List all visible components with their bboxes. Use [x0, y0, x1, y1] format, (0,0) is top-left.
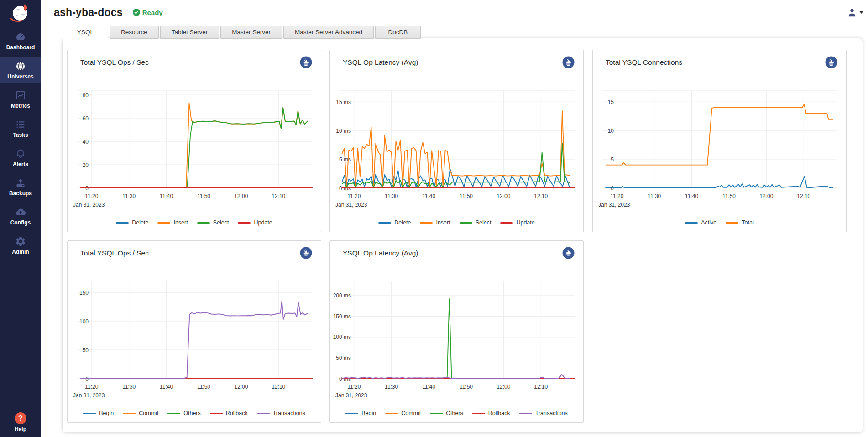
legend-label: Insert	[173, 219, 188, 226]
chart-canvas: 05101511:2011:3011:4011:5012:0012:10Jan …	[593, 50, 846, 232]
svg-text:5: 5	[611, 156, 614, 163]
legend-item-delete[interactable]: Delete	[116, 219, 148, 226]
svg-text:150: 150	[79, 290, 89, 296]
sidebar-item-universes[interactable]: Universes	[0, 57, 41, 83]
legend-swatch	[123, 413, 136, 414]
prometheus-link-icon[interactable]	[300, 247, 312, 259]
tab-resource[interactable]: Resource	[110, 26, 159, 39]
backup-upload-icon	[15, 177, 26, 188]
sidebar-item-label: Dashboard	[6, 44, 35, 51]
sidebar-item-backups[interactable]: Backups	[0, 174, 41, 200]
user-menu[interactable]	[842, 0, 868, 25]
legend-label: Others	[183, 410, 201, 416]
svg-text:11:50: 11:50	[722, 193, 736, 199]
legend-item-begin[interactable]: Begin	[345, 410, 376, 416]
chart-card-total-ysql-connections: Total YSQL Connections 05101511:2011:301…	[592, 50, 847, 232]
chart-legend: BeginCommitOthersRollbackTransactions	[330, 410, 583, 416]
legend-item-others[interactable]: Others	[167, 410, 201, 416]
sidebar-nav: DashboardUniversesMetricsTasksAlertsBack…	[0, 28, 41, 262]
legend-item-insert[interactable]: Insert	[420, 219, 450, 226]
chart-card-total-ysql-ops-transactions: Total YSQL Ops / Sec 05010015011:2011:30…	[67, 240, 321, 423]
legend-swatch	[430, 413, 443, 414]
svg-text:11:20: 11:20	[610, 193, 623, 199]
svg-text:20: 20	[83, 162, 89, 168]
legend-label: Update	[516, 219, 534, 226]
sidebar-item-admin[interactable]: Admin	[0, 233, 41, 258]
prometheus-link-icon[interactable]	[300, 56, 312, 68]
legend-label: Active	[701, 219, 716, 226]
svg-text:11:30: 11:30	[122, 193, 136, 199]
prometheus-link-icon[interactable]	[825, 56, 837, 68]
prometheus-link-icon[interactable]	[562, 56, 575, 68]
tab-ysql[interactable]: YSQL	[63, 26, 108, 39]
topbar: ash-yba-docs Ready	[41, 0, 868, 25]
chart-canvas: 02040608011:2011:3011:4011:5012:0012:10J…	[68, 50, 321, 232]
chevron-down-icon	[859, 11, 863, 14]
sidebar-item-tasks[interactable]: Tasks	[0, 116, 41, 141]
svg-text:11:20: 11:20	[85, 384, 98, 390]
prometheus-link-icon[interactable]	[562, 247, 575, 259]
legend-label: Rollback	[488, 410, 510, 416]
svg-text:12:00: 12:00	[759, 193, 773, 199]
svg-text:15 ms: 15 ms	[336, 99, 351, 105]
legend-item-active[interactable]: Active	[685, 219, 716, 226]
svg-text:Jan 31, 2023: Jan 31, 2023	[73, 202, 105, 208]
legend-item-update[interactable]: Update	[500, 219, 534, 226]
metrics-tabbar: YSQLResourceTablet ServerMaster ServerMa…	[63, 26, 421, 39]
legend-item-total[interactable]: Total	[726, 219, 753, 226]
legend-item-rollback[interactable]: Rollback	[472, 410, 510, 416]
legend-item-rollback[interactable]: Rollback	[210, 410, 248, 416]
legend-item-update[interactable]: Update	[238, 219, 272, 226]
legend-label: Transactions	[535, 410, 568, 416]
svg-text:0 ms: 0 ms	[339, 185, 351, 192]
svg-text:80: 80	[83, 92, 89, 99]
chart-title: Total YSQL Ops / Sec	[80, 58, 149, 67]
legend-item-begin[interactable]: Begin	[83, 410, 114, 416]
chart-card-ysql-op-latency: YSQL Op Latency (Avg) 0 ms5 ms10 ms15 ms…	[329, 50, 584, 232]
svg-text:11:40: 11:40	[422, 384, 435, 390]
person-icon	[847, 7, 857, 17]
sidebar-item-help[interactable]: ? Help	[0, 412, 41, 432]
svg-text:15: 15	[608, 99, 614, 105]
legend-item-select[interactable]: Select	[197, 219, 229, 226]
legend-item-transactions[interactable]: Transactions	[257, 410, 305, 416]
chart-card-ysql-op-latency-transactions: YSQL Op Latency (Avg) 0 ms50 ms100 ms150…	[329, 240, 584, 423]
chart-card-total-ysql-ops: Total YSQL Ops / Sec 02040608011:2011:30…	[67, 50, 321, 232]
svg-text:150 ms: 150 ms	[333, 313, 351, 320]
legend-item-insert[interactable]: Insert	[157, 219, 188, 226]
svg-text:11:50: 11:50	[460, 384, 473, 390]
yugabyte-logo[interactable]	[0, 0, 41, 26]
sidebar-item-alerts[interactable]: Alerts	[0, 145, 41, 171]
sidebar-item-dashboard[interactable]: Dashboard	[0, 28, 41, 54]
legend-item-transactions[interactable]: Transactions	[519, 410, 568, 416]
tab-master-server-advanced[interactable]: Master Server Advanced	[283, 26, 374, 39]
svg-text:11:30: 11:30	[385, 193, 398, 199]
svg-text:100: 100	[79, 318, 89, 325]
page-title: ash-yba-docs	[54, 6, 123, 19]
sidebar-item-metrics[interactable]: Metrics	[0, 87, 41, 112]
legend-item-commit[interactable]: Commit	[123, 410, 158, 416]
svg-text:11:30: 11:30	[385, 384, 398, 390]
legend-label: Rollback	[226, 410, 248, 416]
legend-swatch	[257, 413, 270, 414]
chart-canvas: 05010015011:2011:3011:4011:5012:0012:10J…	[68, 241, 321, 422]
svg-text:60: 60	[83, 115, 89, 122]
svg-text:12:10: 12:10	[797, 193, 810, 199]
legend-label: Transactions	[273, 410, 305, 416]
legend-swatch	[83, 413, 96, 414]
legend-item-delete[interactable]: Delete	[378, 219, 411, 226]
svg-text:11:20: 11:20	[347, 384, 361, 390]
legend-swatch	[726, 222, 738, 224]
status-badge: Ready	[133, 9, 163, 16]
sidebar-item-configs[interactable]: Configs	[0, 203, 41, 229]
svg-text:12:10: 12:10	[272, 193, 285, 199]
tab-tablet-server[interactable]: Tablet Server	[160, 26, 220, 39]
legend-item-others[interactable]: Others	[430, 410, 463, 416]
legend-item-commit[interactable]: Commit	[385, 410, 421, 416]
tab-master-server[interactable]: Master Server	[220, 26, 282, 39]
legend-swatch	[167, 413, 180, 414]
tab-docdb[interactable]: DocDB	[375, 26, 421, 39]
globe-icon	[15, 61, 26, 72]
legend-label: Commit	[401, 410, 421, 416]
legend-item-select[interactable]: Select	[460, 219, 492, 226]
